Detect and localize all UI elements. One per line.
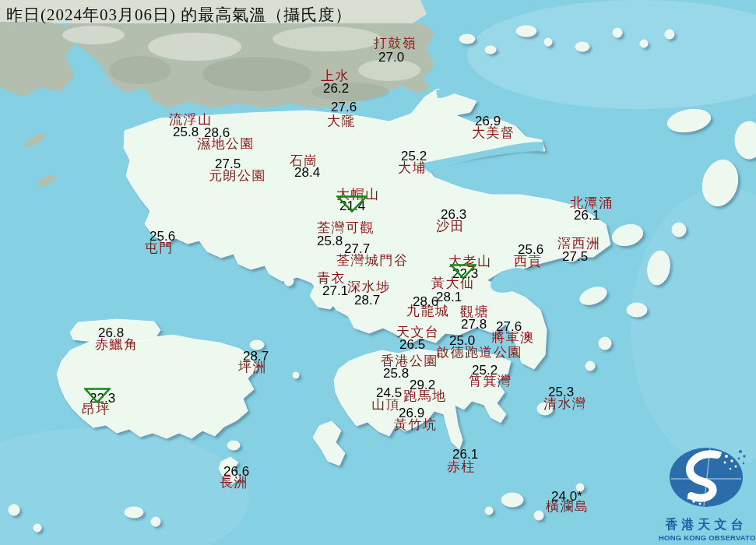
station-name: 黃大仙 bbox=[431, 276, 475, 290]
hko-logo-icon bbox=[666, 445, 747, 512]
station-name: 赤柱 bbox=[447, 460, 476, 473]
station-temp: 28.4 bbox=[294, 167, 320, 179]
station-temp: 25.8 bbox=[173, 126, 199, 139]
station-temp: 25.8 bbox=[317, 235, 343, 248]
station-name: 荃灣可觀 bbox=[317, 221, 374, 234]
station-temp: 26.5 bbox=[399, 339, 425, 351]
station-temp: 25.0 bbox=[449, 335, 475, 347]
mirs-bay-island-4 bbox=[544, 38, 552, 46]
mirs-bay-island-7 bbox=[640, 40, 648, 47]
station-temp: 26.2 bbox=[323, 83, 349, 95]
mirs-bay-island-8 bbox=[665, 30, 674, 39]
mirs-bay-island-6 bbox=[613, 28, 622, 37]
east-island-4 bbox=[599, 337, 611, 350]
station-temp: 25.2 bbox=[472, 364, 498, 377]
station-temp: 27.6 bbox=[496, 321, 522, 333]
station-temp: 24.5 bbox=[376, 387, 402, 399]
east-island-3 bbox=[627, 303, 647, 317]
mirs-bay-island-3 bbox=[516, 26, 536, 37]
station-temp: 26.8 bbox=[98, 327, 124, 339]
station-temp: 27.7 bbox=[344, 243, 370, 255]
station-temp: 29.2 bbox=[410, 379, 435, 392]
low-temp-marker-icon bbox=[336, 195, 367, 216]
station-temp: 27.8 bbox=[461, 318, 487, 331]
kau-yi-chau-island bbox=[293, 372, 299, 378]
station-temp: 25.8 bbox=[383, 367, 409, 380]
sw-island-1 bbox=[9, 505, 19, 515]
station-name: 大隴 bbox=[327, 114, 356, 128]
station-name: 滘西洲 bbox=[557, 237, 601, 250]
station-temp: 27.5 bbox=[215, 158, 241, 171]
hko-logo-en-label: HONG KONG OBSERVATORY bbox=[659, 533, 754, 542]
station-temp: 26.1 bbox=[452, 448, 478, 461]
hong-kong-map bbox=[0, 0, 756, 545]
hko-logo: 香港天文台 HONG KONG OBSERVATORY bbox=[659, 445, 754, 542]
station-temp: 28.7 bbox=[354, 294, 380, 307]
south-island-1 bbox=[534, 511, 543, 520]
halftone-dots-outer bbox=[738, 450, 746, 464]
station-name: 打鼓嶺 bbox=[374, 37, 417, 50]
soko-island-2 bbox=[151, 517, 160, 526]
station-temp: 28.6 bbox=[413, 296, 438, 308]
mirs-bay-island-5 bbox=[575, 42, 589, 51]
mirs-bay-island-2 bbox=[485, 46, 496, 54]
station-temp: 25.3 bbox=[548, 386, 574, 399]
hei-ling-chau-island bbox=[227, 441, 240, 450]
station-temp: 25.6 bbox=[518, 244, 543, 256]
station-temp: 24.0* bbox=[551, 490, 582, 503]
station-temp: 27.1 bbox=[322, 285, 348, 297]
station-temp: 25.6 bbox=[149, 230, 175, 243]
station-name: 深水埗 bbox=[347, 280, 391, 294]
station-temp: 26.9 bbox=[475, 115, 501, 128]
station-temp: 25.2 bbox=[401, 150, 427, 163]
station-temp: 28.6 bbox=[204, 127, 230, 139]
south-island-2 bbox=[485, 507, 493, 515]
weather-map: 昨日(2024年03月06日) 的最高氣溫（攝氏度） 打鼓嶺27.0上水26.2… bbox=[0, 0, 756, 545]
station-temp: 27.5 bbox=[562, 251, 588, 263]
mirs-bay-island-1 bbox=[459, 34, 475, 44]
station-temp: 26.9 bbox=[399, 407, 424, 420]
east-island-5 bbox=[585, 361, 595, 371]
station-temp: 26.1 bbox=[574, 209, 600, 222]
map-title: 昨日(2024年03月06日) 的最高氣溫（攝氏度） bbox=[6, 4, 352, 26]
station-temp: 27.0 bbox=[378, 51, 404, 64]
ma-wan-island bbox=[284, 276, 294, 286]
mirs-bay-island-11 bbox=[672, 223, 686, 237]
station-temp: 28.1 bbox=[436, 291, 462, 304]
station-temp: 26.6 bbox=[223, 466, 249, 478]
station-temp: 27.6 bbox=[331, 101, 357, 114]
po-toi-island bbox=[501, 493, 523, 507]
low-temp-marker-icon bbox=[84, 388, 111, 406]
station-temp: 26.3 bbox=[441, 209, 466, 221]
soko-island-1 bbox=[125, 507, 143, 518]
station-temp: 28.7 bbox=[243, 350, 269, 363]
sw-island-2 bbox=[33, 524, 41, 532]
hko-logo-zh-label: 香港天文台 bbox=[659, 517, 754, 533]
